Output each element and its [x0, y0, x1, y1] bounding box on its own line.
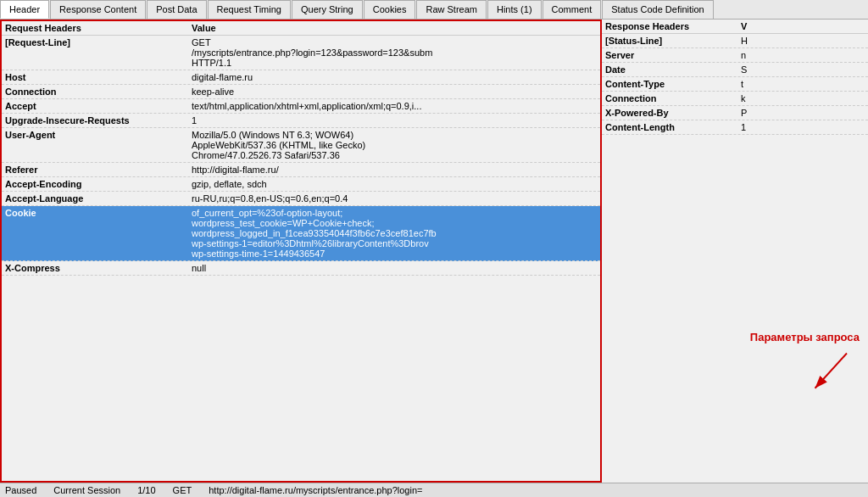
response-header-value: 1: [741, 122, 865, 132]
tab-comment[interactable]: Comment: [542, 0, 602, 19]
request-header-row[interactable]: Connectionkeep-alive: [2, 85, 600, 99]
request-header-name: Accept-Language: [5, 193, 192, 204]
request-header-name: Accept-Encoding: [5, 179, 192, 189]
request-header-row[interactable]: Accepttext/html,application/xhtml+xml,ap…: [2, 99, 600, 114]
svg-line-1: [815, 354, 848, 388]
request-header-row[interactable]: Refererhttp://digital-flame.ru/: [2, 163, 600, 177]
annotation-arrow-icon: [809, 347, 860, 398]
response-header-row[interactable]: DateS: [602, 63, 868, 77]
annotation-text: Параметры запроса: [750, 331, 860, 343]
request-header-value: Mozilla/5.0 (Windows NT 6.3; WOW64) Appl…: [192, 130, 597, 160]
main-content: Request Headers Value [Request-Line]GET …: [0, 20, 868, 483]
request-header-name: Accept: [5, 101, 192, 111]
response-header-row[interactable]: X-Powered-ByP: [602, 106, 868, 120]
value-header-label: Value: [192, 23, 216, 33]
request-headers-rows: [Request-Line]GET /myscripts/entrance.ph…: [2, 36, 600, 276]
response-header-value: H: [741, 36, 865, 46]
right-panel-header: Response Headers V: [602, 20, 868, 34]
response-header-value: S: [741, 64, 865, 75]
response-header-value: P: [741, 108, 865, 118]
left-panel: Request Headers Value [Request-Line]GET …: [0, 20, 602, 483]
response-header-value: n: [741, 50, 865, 60]
status-count: 1/10: [137, 485, 155, 495]
request-header-row[interactable]: Accept-Languageru-RU,ru;q=0.8,en-US;q=0.…: [2, 192, 600, 206]
tab-hints[interactable]: Hints (1): [487, 0, 542, 19]
tab-status-code[interactable]: Status Code Definition: [602, 0, 713, 19]
response-header-name: Server: [605, 50, 741, 60]
response-header-row[interactable]: Content-Typet: [602, 77, 868, 92]
request-header-row[interactable]: Accept-Encodinggzip, deflate, sdch: [2, 177, 600, 192]
tab-post-data[interactable]: Post Data: [147, 0, 206, 19]
request-header-value: text/html,application/xhtml+xml,applicat…: [192, 101, 597, 111]
response-header-name: Connection: [605, 93, 741, 103]
request-header-name: X-Compress: [5, 263, 192, 273]
request-header-value: of_current_opt=%23of-option-layout; word…: [192, 208, 597, 259]
status-url: http://digital-flame.ru/myscripts/entran…: [209, 485, 863, 495]
request-headers-scroll[interactable]: [Request-Line]GET /myscripts/entrance.ph…: [2, 36, 600, 481]
status-method: GET: [173, 485, 192, 495]
request-header-value: digital-flame.ru: [192, 72, 597, 82]
response-headers-rows: [Status-Line]HServernDateSContent-TypetC…: [602, 34, 868, 135]
request-header-name: [Request-Line]: [5, 37, 192, 47]
status-session: Current Session: [53, 485, 120, 495]
tab-request-timing[interactable]: Request Timing: [208, 0, 291, 19]
status-bar: Paused Current Session 1/10 GET http://d…: [0, 483, 868, 497]
right-panel: Response Headers V [Status-Line]HServern…: [602, 20, 868, 483]
request-header-value: keep-alive: [192, 87, 597, 97]
request-header-name: Cookie: [5, 208, 192, 218]
request-header-value: 1: [192, 115, 597, 126]
request-headers-label: Request Headers: [5, 23, 192, 33]
request-header-value: http://digital-flame.ru/: [192, 165, 597, 175]
response-header-name: Date: [605, 64, 741, 75]
response-header-name: [Status-Line]: [605, 36, 741, 46]
tab-header[interactable]: Header: [0, 0, 49, 19]
response-header-row[interactable]: Servern: [602, 48, 868, 63]
request-header-row[interactable]: Cookieof_current_opt=%23of-option-layout…: [2, 206, 600, 261]
response-header-row[interactable]: Content-Length1: [602, 120, 868, 135]
response-header-name: Content-Length: [605, 122, 741, 132]
request-header-row[interactable]: Upgrade-Insecure-Requests1: [2, 114, 600, 128]
request-header-row[interactable]: [Request-Line]GET /myscripts/entrance.ph…: [2, 36, 600, 70]
request-header-value: gzip, deflate, sdch: [192, 179, 597, 189]
tab-raw-stream[interactable]: Raw Stream: [416, 0, 487, 19]
request-header-value: ru-RU,ru;q=0.8,en-US;q=0.6,en;q=0.4: [192, 193, 597, 204]
response-header-row[interactable]: [Status-Line]H: [602, 34, 868, 48]
left-panel-header: Request Headers Value: [2, 21, 600, 36]
request-header-name: Connection: [5, 87, 192, 97]
request-header-value: GET /myscripts/entrance.php?login=123&pa…: [192, 37, 597, 68]
response-header-name: X-Powered-By: [605, 108, 741, 118]
request-header-name: Referer: [5, 165, 192, 175]
request-header-row[interactable]: User-AgentMozilla/5.0 (Windows NT 6.3; W…: [2, 128, 600, 163]
request-header-name: Upgrade-Insecure-Requests: [5, 115, 192, 126]
tabs-bar: Header Response Content Post Data Reques…: [0, 0, 868, 20]
request-header-row[interactable]: X-Compressnull: [2, 261, 600, 276]
request-header-name: Host: [5, 72, 192, 82]
annotation: Параметры запроса: [750, 331, 860, 398]
response-headers-label: Response Headers: [605, 21, 741, 31]
request-header-row[interactable]: Hostdigital-flame.ru: [2, 70, 600, 85]
tab-cookies[interactable]: Cookies: [364, 0, 416, 19]
response-header-row[interactable]: Connectionk: [602, 92, 868, 106]
tab-query-string[interactable]: Query String: [292, 0, 363, 19]
tab-response-content[interactable]: Response Content: [50, 0, 146, 19]
response-header-value: t: [741, 79, 865, 89]
status-paused: Paused: [5, 485, 36, 495]
request-header-value: null: [192, 263, 597, 273]
response-header-value: k: [741, 93, 865, 103]
response-value-label: V: [741, 21, 747, 31]
response-headers-scroll[interactable]: [Status-Line]HServernDateSContent-TypetC…: [602, 34, 868, 483]
response-header-name: Content-Type: [605, 79, 741, 89]
request-header-name: User-Agent: [5, 130, 192, 140]
